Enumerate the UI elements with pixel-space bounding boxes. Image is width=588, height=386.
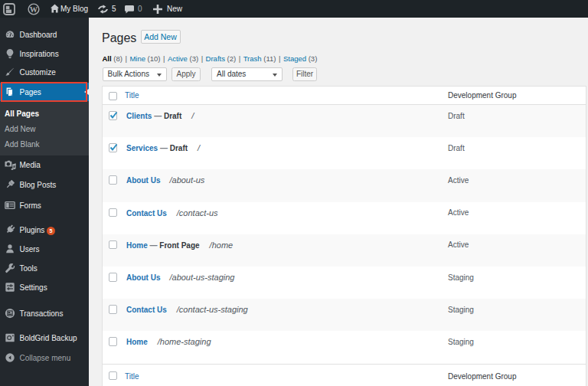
svg-text:W: W [30,5,38,13]
